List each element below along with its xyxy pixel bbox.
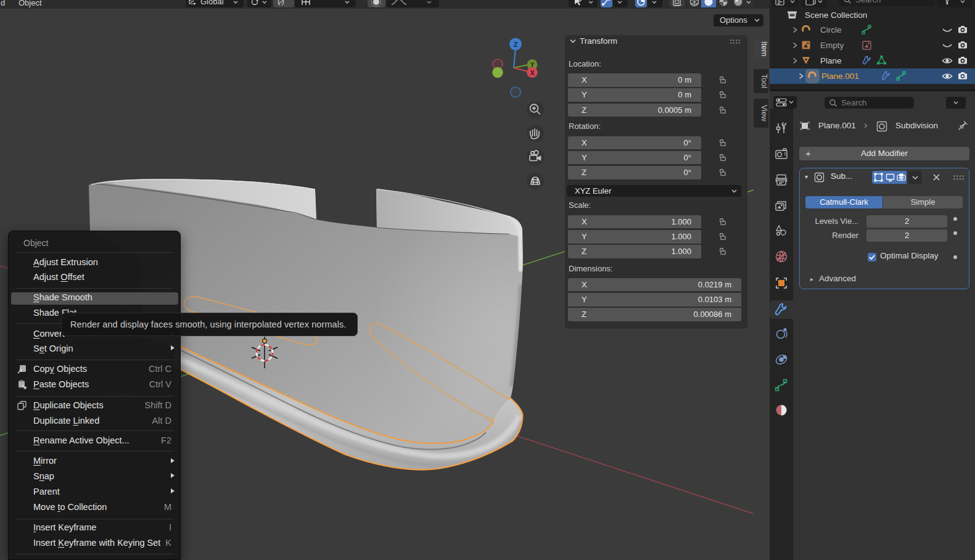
- svg-text:Z: Z: [514, 41, 518, 48]
- svg-text:X: X: [530, 70, 535, 76]
